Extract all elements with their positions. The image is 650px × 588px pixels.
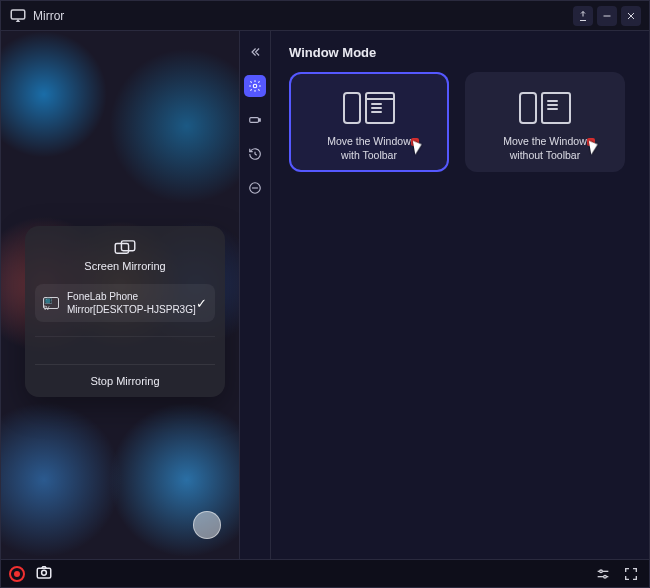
sidebar-item-history[interactable] (244, 143, 266, 165)
sidebar-item-do-not-disturb[interactable] (244, 177, 266, 199)
assistive-touch-icon[interactable] (193, 511, 221, 539)
main-area: Screen Mirroring 📺tv FoneLab Phone Mirro… (1, 31, 649, 559)
pin-button[interactable] (573, 6, 593, 26)
svg-point-14 (600, 570, 603, 573)
mode-card-label: Move the Window without Toolbar (503, 134, 586, 162)
collapse-sidebar-button[interactable] (244, 41, 266, 63)
mode-card-with-toolbar[interactable]: Move the Window with Toolbar (289, 72, 449, 172)
check-icon: ✓ (196, 296, 207, 311)
airplay-title: Screen Mirroring (35, 260, 215, 272)
tv-icon: 📺tv (43, 297, 59, 309)
svg-rect-8 (259, 119, 260, 121)
svg-rect-7 (250, 118, 259, 123)
mode-card-without-toolbar[interactable]: Move the Window without Toolbar (465, 72, 625, 172)
without-toolbar-icon (519, 88, 571, 128)
record-button[interactable] (9, 566, 25, 582)
svg-point-12 (42, 570, 47, 575)
svg-point-6 (253, 84, 257, 88)
settings-panel: Window Mode Move the Window with Toolbar (271, 31, 649, 559)
airplay-device-label: FoneLab Phone Mirror[DESKTOP-HJSPR3G] (67, 290, 196, 316)
cursor-icon (587, 138, 603, 156)
sidebar-item-battery[interactable] (244, 109, 266, 131)
minimize-button[interactable] (597, 6, 617, 26)
screen-mirroring-icon (35, 240, 215, 256)
settings-sidebar (239, 31, 271, 559)
app-icon (9, 7, 27, 25)
close-button[interactable] (621, 6, 641, 26)
svg-rect-0 (11, 10, 25, 19)
settings-toggle-button[interactable] (593, 564, 613, 584)
app-title: Mirror (33, 9, 64, 23)
svg-rect-5 (121, 241, 134, 251)
titlebar: Mirror (1, 1, 649, 31)
with-toolbar-icon (343, 88, 395, 128)
mode-card-label: Move the Window with Toolbar (327, 134, 410, 162)
fullscreen-button[interactable] (621, 564, 641, 584)
stop-mirroring-button[interactable]: Stop Mirroring (35, 364, 215, 397)
section-title: Window Mode (289, 45, 631, 60)
sidebar-item-window-mode[interactable] (244, 75, 266, 97)
cursor-icon (411, 138, 427, 156)
airplay-card: Screen Mirroring 📺tv FoneLab Phone Mirro… (25, 226, 225, 397)
screenshot-button[interactable] (35, 563, 53, 584)
svg-point-16 (604, 575, 607, 578)
device-preview: Screen Mirroring 📺tv FoneLab Phone Mirro… (1, 31, 239, 559)
airplay-device-row[interactable]: 📺tv FoneLab Phone Mirror[DESKTOP-HJSPR3G… (35, 284, 215, 322)
bottom-bar (1, 559, 649, 587)
svg-rect-4 (115, 244, 128, 254)
